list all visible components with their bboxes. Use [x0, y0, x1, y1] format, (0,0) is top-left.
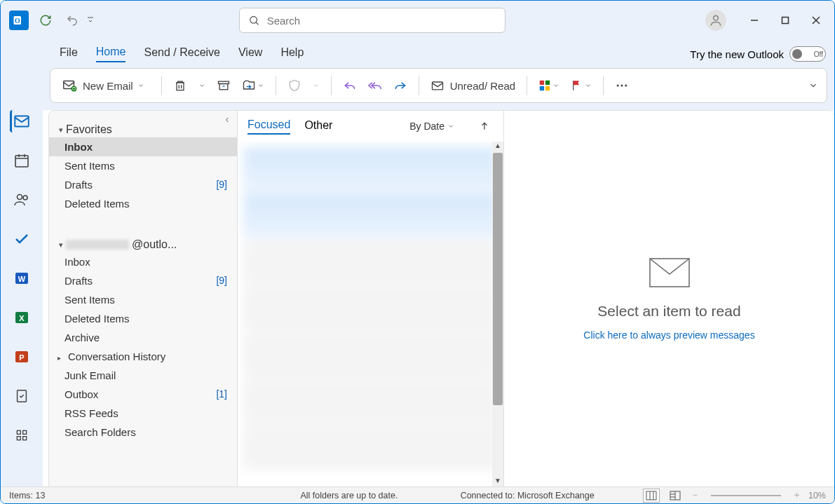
- more-commands-button[interactable]: [611, 74, 633, 97]
- qat-customize-icon[interactable]: [86, 15, 99, 26]
- scroll-up-icon[interactable]: ▲: [492, 142, 503, 153]
- folder-deleted-items[interactable]: Deleted Items: [49, 309, 237, 328]
- svg-point-32: [18, 195, 22, 200]
- zoom-slider[interactable]: [711, 495, 781, 496]
- rail-more-apps-icon[interactable]: [11, 424, 33, 447]
- sync-icon[interactable]: [36, 11, 55, 30]
- delete-dropdown[interactable]: [194, 74, 210, 97]
- svg-point-3: [714, 15, 719, 20]
- rail-notes-icon[interactable]: [11, 385, 33, 407]
- svg-text:W: W: [18, 275, 26, 283]
- svg-text:O: O: [15, 17, 20, 25]
- account-group[interactable]: ▾ @outlo...: [49, 226, 237, 252]
- other-tab[interactable]: Other: [304, 119, 332, 134]
- delete-button[interactable]: [169, 74, 191, 97]
- maximize-button[interactable]: [770, 5, 801, 36]
- status-item-count: Items: 13: [9, 491, 45, 500]
- reply-all-button[interactable]: [364, 74, 386, 97]
- reading-pane: Select an item to read Click here to alw…: [504, 110, 834, 488]
- try-new-outlook-toggle[interactable]: Off: [789, 46, 826, 62]
- rail-word-icon[interactable]: W: [11, 267, 33, 290]
- folder-sent-items[interactable]: Sent Items: [49, 156, 237, 175]
- junk-dropdown[interactable]: [308, 74, 324, 97]
- tab-view[interactable]: View: [238, 46, 262, 62]
- folder-inbox[interactable]: Inbox: [49, 137, 237, 156]
- folder-drafts[interactable]: Drafts[9]: [49, 175, 237, 194]
- status-connection: Connected to: Microsoft Exchange: [461, 491, 595, 500]
- folder-pane: ▾ Favorites InboxSent ItemsDrafts[9]Dele…: [48, 110, 238, 488]
- ribbon-expand-button[interactable]: [804, 74, 822, 97]
- sort-by-date[interactable]: By Date: [409, 121, 454, 132]
- folder-drafts[interactable]: Drafts[9]: [49, 271, 237, 290]
- view-reading-icon[interactable]: [667, 489, 684, 503]
- rail-powerpoint-icon[interactable]: P: [11, 346, 33, 368]
- reading-empty-title: Select an item to read: [597, 303, 740, 320]
- folder-archive[interactable]: Archive: [49, 328, 237, 347]
- try-new-outlook-label: Try the new Outlook: [690, 48, 784, 60]
- folder-search-folders[interactable]: Search Folders: [49, 423, 237, 442]
- message-list-blurred: [238, 142, 503, 477]
- tab-home[interactable]: Home: [96, 46, 126, 62]
- svg-point-25: [621, 85, 623, 87]
- svg-rect-22: [540, 86, 544, 90]
- reply-button[interactable]: [339, 74, 361, 97]
- rail-people-icon[interactable]: [11, 189, 33, 211]
- folder-deleted-items[interactable]: Deleted Items: [49, 194, 237, 213]
- folder-conversation-history[interactable]: ▸Conversation History: [49, 347, 237, 366]
- outlook-app-icon: O: [9, 11, 29, 30]
- view-normal-icon[interactable]: [643, 489, 660, 503]
- svg-point-2: [250, 16, 257, 23]
- new-email-button[interactable]: New Email: [57, 74, 154, 97]
- svg-rect-46: [646, 491, 656, 500]
- svg-rect-41: [17, 430, 20, 434]
- categorize-button[interactable]: [534, 74, 564, 97]
- scrollbar[interactable]: ▲ ▼: [492, 142, 503, 488]
- undo-icon[interactable]: [62, 11, 82, 30]
- move-button[interactable]: [238, 74, 269, 97]
- close-button[interactable]: [801, 5, 831, 36]
- folder-junk-email[interactable]: Junk Email: [49, 366, 237, 385]
- svg-rect-21: [545, 81, 550, 85]
- minimize-button[interactable]: [739, 5, 770, 36]
- svg-rect-44: [23, 437, 27, 440]
- tab-file[interactable]: File: [60, 46, 78, 62]
- chevron-down-icon: ▾: [59, 240, 63, 250]
- folder-sent-items[interactable]: Sent Items: [49, 290, 237, 309]
- svg-rect-20: [540, 81, 544, 85]
- svg-point-33: [23, 196, 27, 200]
- rail-calendar-icon[interactable]: [11, 149, 33, 172]
- tab-send-receive[interactable]: Send / Receive: [144, 46, 220, 62]
- rail-excel-icon[interactable]: X: [11, 306, 33, 329]
- account-avatar[interactable]: [705, 10, 726, 31]
- rail-mail-icon[interactable]: [10, 110, 32, 132]
- rail-todo-icon[interactable]: [11, 228, 33, 250]
- svg-rect-23: [545, 86, 550, 90]
- envelope-icon: [649, 258, 690, 287]
- zoom-level[interactable]: 10%: [808, 491, 826, 500]
- scroll-thumb[interactable]: [493, 153, 503, 405]
- search-input[interactable]: [267, 15, 496, 27]
- search-box[interactable]: [239, 8, 505, 33]
- sort-direction-icon[interactable]: [475, 114, 494, 138]
- folder-outbox[interactable]: Outbox[1]: [49, 385, 237, 404]
- tab-help[interactable]: Help: [280, 46, 304, 62]
- collapse-folders-icon[interactable]: [223, 115, 231, 126]
- svg-rect-19: [432, 82, 442, 90]
- zoom-out-button[interactable]: －: [691, 489, 700, 501]
- chevron-down-icon: ▾: [59, 125, 63, 135]
- svg-rect-28: [15, 156, 28, 167]
- svg-point-26: [625, 85, 627, 87]
- unread-read-button[interactable]: Unread/ Read: [426, 74, 520, 97]
- junk-shield-button[interactable]: [283, 74, 306, 97]
- flag-button[interactable]: [566, 74, 596, 97]
- forward-button[interactable]: [389, 74, 412, 97]
- archive-button[interactable]: [212, 74, 235, 97]
- favorites-group[interactable]: ▾ Favorites: [49, 111, 237, 137]
- svg-text:X: X: [19, 314, 25, 322]
- folder-rss-feeds[interactable]: RSS Feeds: [49, 404, 237, 423]
- title-bar: O: [1, 1, 834, 40]
- always-preview-link[interactable]: Click here to always preview messages: [583, 329, 754, 341]
- zoom-in-button[interactable]: ＋: [792, 489, 801, 501]
- folder-inbox[interactable]: Inbox: [49, 252, 237, 271]
- focused-tab[interactable]: Focused: [247, 118, 290, 135]
